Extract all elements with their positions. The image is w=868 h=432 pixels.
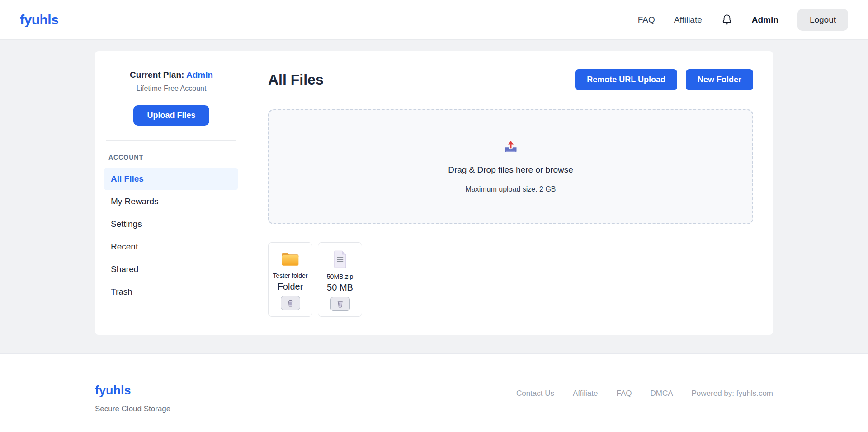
- footer-link-dmca[interactable]: DMCA: [650, 389, 673, 398]
- trash-icon: [336, 300, 344, 308]
- plan-value: Admin: [186, 70, 213, 80]
- footer-brand-logo[interactable]: fyuhls: [95, 384, 170, 398]
- navbar-right: FAQ Affiliate Admin Logout: [638, 9, 848, 31]
- files-grid: Tester folder Folder: [268, 242, 753, 317]
- nav-link-faq[interactable]: FAQ: [638, 15, 655, 25]
- outbox-tray-icon: [504, 140, 518, 154]
- sidebar-item-settings[interactable]: Settings: [104, 213, 238, 235]
- notifications-button[interactable]: [721, 14, 733, 26]
- logout-button[interactable]: Logout: [797, 9, 848, 31]
- file-dropzone[interactable]: Drag & Drop files here or browse Maximum…: [268, 109, 753, 224]
- footer-link-affiliate[interactable]: Affiliate: [573, 389, 598, 398]
- file-icon: [331, 250, 349, 269]
- file-card-folder[interactable]: Tester folder Folder: [268, 242, 312, 317]
- nav-link-affiliate[interactable]: Affiliate: [674, 15, 702, 25]
- footer-inner: fyuhls Secure Cloud Storage Contact Us A…: [95, 384, 773, 413]
- new-folder-button[interactable]: New Folder: [686, 69, 753, 90]
- remote-url-upload-button[interactable]: Remote URL Upload: [575, 69, 677, 90]
- sidebar: Current Plan: Admin Lifetime Free Accoun…: [95, 51, 248, 335]
- main-content: All Files Remote URL Upload New Folder D…: [248, 51, 773, 335]
- trash-icon: [286, 299, 295, 307]
- sidebar-nav: All Files My Rewards Settings Recent Sha…: [104, 168, 238, 303]
- file-meta: 50 MB: [327, 282, 353, 293]
- content-card: Current Plan: Admin Lifetime Free Accoun…: [95, 51, 773, 335]
- file-name: Tester folder: [273, 272, 307, 279]
- footer-brand-block: fyuhls Secure Cloud Storage: [95, 384, 170, 413]
- sidebar-item-trash[interactable]: Trash: [104, 281, 238, 303]
- dropzone-text: Drag & Drop files here or browse: [448, 165, 573, 175]
- main-header-row: All Files Remote URL Upload New Folder: [268, 69, 753, 90]
- page-title: All Files: [268, 71, 324, 88]
- plan-label: Current Plan:: [130, 70, 184, 80]
- top-navbar: fyuhls FAQ Affiliate Admin Logout: [0, 0, 868, 40]
- footer-link-contact-us[interactable]: Contact Us: [516, 389, 554, 398]
- sidebar-divider: [106, 140, 236, 141]
- footer: fyuhls Secure Cloud Storage Contact Us A…: [0, 353, 868, 432]
- page-body: Current Plan: Admin Lifetime Free Accoun…: [0, 40, 868, 353]
- sidebar-item-all-files[interactable]: All Files: [104, 168, 238, 190]
- footer-tagline: Secure Cloud Storage: [95, 404, 170, 413]
- file-meta: Folder: [278, 282, 303, 292]
- header-actions: Remote URL Upload New Folder: [575, 69, 753, 90]
- footer-link-faq[interactable]: FAQ: [616, 389, 632, 398]
- dropzone-max-size: Maximum upload size: 2 GB: [465, 185, 556, 193]
- folder-icon: [280, 250, 300, 268]
- delete-file-button[interactable]: [330, 297, 350, 311]
- file-name: 50MB.zip: [327, 273, 353, 280]
- upload-files-button[interactable]: Upload Files: [133, 105, 209, 126]
- footer-powered-by: Powered by: fyuhls.com: [692, 389, 773, 398]
- brand-logo[interactable]: fyuhls: [20, 12, 58, 28]
- sidebar-item-recent[interactable]: Recent: [104, 235, 238, 258]
- file-card-zip[interactable]: 50MB.zip 50 MB: [318, 242, 362, 317]
- current-plan: Current Plan: Admin: [95, 70, 248, 80]
- footer-links: Contact Us Affiliate FAQ DMCA Powered by…: [516, 389, 773, 398]
- account-section-header: ACCOUNT: [108, 154, 248, 161]
- sidebar-item-my-rewards[interactable]: My Rewards: [104, 190, 238, 213]
- current-username: Admin: [752, 15, 778, 25]
- plan-subtitle: Lifetime Free Account: [95, 85, 248, 93]
- delete-folder-button[interactable]: [281, 296, 300, 310]
- sidebar-item-shared[interactable]: Shared: [104, 258, 238, 281]
- bell-icon: [721, 14, 733, 26]
- plan-block: Current Plan: Admin Lifetime Free Accoun…: [95, 70, 248, 126]
